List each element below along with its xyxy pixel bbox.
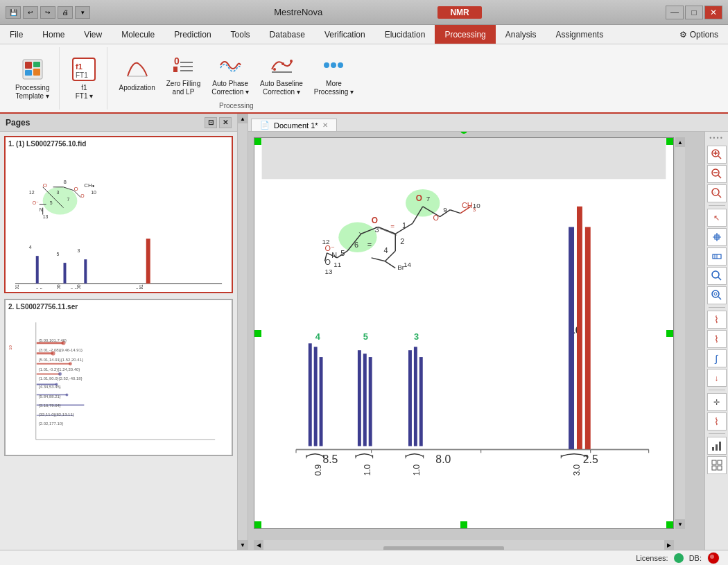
redo-quick-btn[interactable]: ↪ xyxy=(40,6,55,19)
h-scroll-left[interactable]: ◀ xyxy=(254,540,263,550)
svg-rect-1 xyxy=(25,62,32,69)
right-toolbar: •••• ○ ↖ xyxy=(704,132,728,550)
page-1-preview: O 8 O 5 3 7 O O⁻ 12 N 13 xyxy=(8,150,229,289)
handle-top-left[interactable] xyxy=(254,138,261,145)
h-scroll-right[interactable]: ▶ xyxy=(664,540,674,550)
select-btn[interactable]: ↖ xyxy=(707,209,727,227)
print-quick-btn[interactable]: 🖨 xyxy=(58,6,73,19)
search-zoom-btn[interactable] xyxy=(707,267,727,285)
crosshair-btn[interactable]: ✛ xyxy=(707,393,727,411)
svg-text:1.0: 1.0 xyxy=(363,464,372,476)
canvas-scroll-down[interactable]: ▼ xyxy=(675,519,685,529)
canvas-scroll-up[interactable]: ▲ xyxy=(675,137,685,147)
menu-view[interactable]: View xyxy=(74,25,112,44)
maximize-btn[interactable]: □ xyxy=(685,6,703,19)
svg-text:12: 12 xyxy=(29,190,35,195)
svg-rect-4 xyxy=(33,69,40,76)
doc-tab-close[interactable]: ✕ xyxy=(322,121,328,129)
auto-phase-btn[interactable]: Auto PhaseCorrection ▾ xyxy=(207,49,253,99)
menu-file[interactable]: File xyxy=(0,25,33,44)
handle-bottom-left[interactable] xyxy=(254,521,261,528)
measure-btn[interactable] xyxy=(707,247,727,266)
menu-elucidation[interactable]: Elucidation xyxy=(375,25,435,44)
ft-selector-btn[interactable]: f1 FT1 f1FT1 ▾ xyxy=(67,53,101,103)
svg-point-17 xyxy=(290,60,293,62)
processing-template-btn[interactable]: ProcessingTemplate ▾ xyxy=(11,53,53,103)
save-quick-btn[interactable]: 💾 xyxy=(6,6,21,19)
zoom-fit-btn[interactable]: ○ xyxy=(707,184,727,202)
close-btn[interactable]: ✕ xyxy=(704,6,722,19)
pages-scroll-up[interactable]: ▲ xyxy=(238,114,248,123)
title-bar-controls: — □ ✕ xyxy=(666,6,722,19)
svg-rect-44 xyxy=(36,256,39,284)
peaks-btn-1[interactable]: ⌇ xyxy=(707,311,727,329)
svg-text:3: 3 xyxy=(414,331,419,342)
menu-assignments[interactable]: Assignments xyxy=(546,25,613,44)
svg-rect-86 xyxy=(262,138,666,179)
svg-rect-46 xyxy=(84,259,87,284)
svg-point-74 xyxy=(65,393,68,396)
svg-text:9: 9 xyxy=(443,206,447,214)
handle-top-center[interactable] xyxy=(460,132,467,134)
zoom-out-btn[interactable] xyxy=(707,165,727,183)
menu-molecule[interactable]: Molecule xyxy=(112,25,164,44)
zoom-in-btn[interactable] xyxy=(707,146,727,164)
chart-btn[interactable] xyxy=(707,437,727,455)
handle-top-right[interactable] xyxy=(666,138,673,145)
ribbon: ProcessingTemplate ▾ f1 FT1 f1FT1 ▾ xyxy=(0,44,728,114)
svg-point-20 xyxy=(338,62,343,68)
main-content: Pages ⊡ ✕ 1. (1) LS00027756.10.fid xyxy=(0,114,728,550)
ribbon-group-template: ProcessingTemplate ▾ xyxy=(6,47,60,110)
handle-bottom-right[interactable] xyxy=(666,521,673,528)
spectrum-svg: O O 7 O 9 CH3 10 3 = 1 2 4 xyxy=(254,138,673,528)
handle-bottom-mid[interactable] xyxy=(460,521,467,528)
svg-text:{5.84,88.21}: {5.84,88.21} xyxy=(39,394,61,399)
svg-text:3.0: 3.0 xyxy=(572,464,582,476)
pages-close-btn[interactable]: ✕ xyxy=(219,117,232,128)
zero-filling-btn[interactable]: 0 Zero Fillingand LP xyxy=(162,49,205,99)
nmr-tab[interactable]: NMR xyxy=(437,6,481,19)
svg-rect-141 xyxy=(314,347,318,446)
more-processing-btn[interactable]: MoreProcessing ▾ xyxy=(310,49,358,99)
svg-rect-2 xyxy=(25,70,32,76)
more-quick-btn[interactable]: ▾ xyxy=(75,6,90,19)
pages-scroll-down[interactable]: ▼ xyxy=(238,540,248,550)
peaks-btn-2[interactable]: ⌇ xyxy=(707,330,727,348)
apodization-btn[interactable]: Apodization xyxy=(114,53,159,95)
pages-restore-btn[interactable]: ⊡ xyxy=(205,117,217,128)
menu-prediction[interactable]: Prediction xyxy=(164,25,220,44)
menu-home[interactable]: Home xyxy=(33,25,74,44)
peak-down-btn[interactable]: ↓ xyxy=(707,369,727,387)
auto-baseline-btn[interactable]: Auto BaselineCorrection ▾ xyxy=(256,49,307,99)
undo-quick-btn[interactable]: ↩ xyxy=(23,6,38,19)
page-thumb-2[interactable]: 2. LS00027756.11.ser xyxy=(4,299,233,456)
svg-text:3: 3 xyxy=(375,225,379,234)
menu-verification[interactable]: Verification xyxy=(315,25,375,44)
handle-right-mid[interactable] xyxy=(666,330,673,337)
svg-text:4: 4 xyxy=(29,245,32,250)
menu-processing[interactable]: Processing xyxy=(435,25,495,44)
svg-text:{2.02,177.10}: {2.02,177.10} xyxy=(39,421,63,426)
svg-text:{5.00,101,7.46}: {5.00,101,7.46} xyxy=(39,338,67,342)
auto-phase-label: Auto PhaseCorrection ▾ xyxy=(211,80,249,96)
h-scroll-thumb[interactable] xyxy=(383,546,503,550)
svg-text:0: 0 xyxy=(174,55,180,67)
loupe-btn[interactable] xyxy=(707,286,727,304)
svg-text:13: 13 xyxy=(43,214,49,219)
page-thumb-1[interactable]: 1. (1) LS00027756.10.fid O 8 O 5 3 xyxy=(4,136,233,293)
menu-analysis[interactable]: Analysis xyxy=(496,25,546,44)
grid-btn[interactable] xyxy=(707,456,727,474)
integral-btn[interactable]: ∫ xyxy=(707,349,727,367)
pan-btn[interactable] xyxy=(707,228,727,246)
menu-database[interactable]: Database xyxy=(260,25,315,44)
menu-options[interactable]: ⚙ Options xyxy=(670,25,728,44)
handle-left-mid[interactable] xyxy=(254,330,261,337)
signal-btn[interactable]: ⌇ xyxy=(707,412,727,431)
menu-tools[interactable]: Tools xyxy=(221,25,260,44)
minimize-btn[interactable]: — xyxy=(666,6,684,19)
document-canvas[interactable]: O O 7 O 9 CH3 10 3 = 1 2 4 xyxy=(248,132,704,550)
svg-rect-140 xyxy=(309,343,312,446)
document-tab-1[interactable]: 📄 Document 1* ✕ xyxy=(251,119,337,131)
svg-text:{5.01,14.91}{1.52,20.41}: {5.01,14.91}{1.52,20.41} xyxy=(39,358,83,362)
menu-bar: File Home View Molecule Prediction Tools… xyxy=(0,25,728,44)
